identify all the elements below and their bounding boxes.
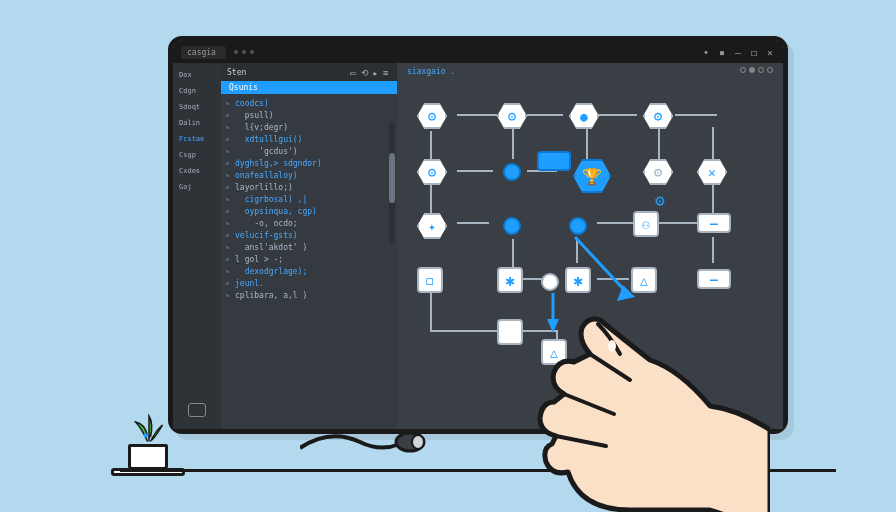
triangle-icon: △	[640, 273, 648, 288]
node-trophy[interactable]: 🏆	[573, 159, 611, 193]
gear-icon: ⚙	[654, 164, 662, 180]
sparkle-icon: ✦	[428, 219, 436, 234]
dot-icon: ●	[580, 109, 588, 124]
svg-marker-1	[547, 319, 559, 333]
tool-dot[interactable]	[740, 67, 746, 73]
window-tab[interactable]: casgia	[181, 46, 226, 59]
sidebar: Dox Cdgn Sdoqt Dalin Fcstae Csgp Cxdes G…	[173, 63, 221, 429]
node-gear[interactable]: ⚙	[643, 159, 673, 185]
screen: Dox Cdgn Sdoqt Dalin Fcstae Csgp Cxdes G…	[173, 63, 783, 429]
gear-icon: ⚙	[654, 108, 662, 124]
gear-icon: ⚙	[428, 108, 436, 124]
node-gear[interactable]: ⚙	[497, 103, 527, 129]
asterisk-icon: ✱	[573, 271, 583, 290]
node-circle[interactable]	[503, 217, 521, 235]
node-sparkle[interactable]: ✦	[417, 213, 447, 239]
tool-dot[interactable]	[767, 67, 773, 73]
tool-dot[interactable]	[758, 67, 764, 73]
dot-icon: •	[701, 47, 711, 57]
node-star[interactable]: ✱	[497, 267, 523, 293]
person-icon: ⚇	[642, 217, 650, 232]
sidebar-item[interactable]: Cxdes	[177, 165, 217, 177]
desk-line	[120, 469, 836, 472]
square-icon: ▪	[717, 47, 727, 57]
node-asterisk[interactable]: ✱	[565, 267, 591, 293]
node-person[interactable]: ⚇	[633, 211, 659, 237]
active-file[interactable]: Qsunis	[221, 81, 397, 94]
graph-canvas[interactable]: siaxgaio .	[397, 63, 783, 429]
node-minus[interactable]: —	[697, 213, 731, 233]
node-gear[interactable]: ⚙	[417, 103, 447, 129]
box-icon[interactable]: ▭	[350, 68, 358, 76]
tool-dot[interactable]	[749, 67, 755, 73]
code-block[interactable]: coodcs) psull) l{v;degr) xdtulllgui() 'g…	[221, 94, 397, 306]
canvas-title: siaxgaio .	[407, 67, 455, 76]
editor-header: Sten ▭ ⟲ ★ ≡	[221, 63, 397, 81]
star-icon[interactable]: ★	[372, 68, 380, 76]
square-icon: ◻	[426, 273, 434, 288]
canvas-toolbar	[740, 67, 773, 73]
sidebar-item[interactable]: Csgp	[177, 149, 217, 161]
tab-dots	[234, 50, 254, 54]
sidebar-toggle-icon[interactable]	[188, 403, 206, 417]
minimize-button[interactable]: –	[733, 47, 743, 57]
menu-icon[interactable]: ≡	[383, 68, 391, 76]
sidebar-item[interactable]: Cdgn	[177, 85, 217, 97]
node-circle[interactable]	[503, 163, 521, 181]
node-square[interactable]: ◻	[417, 267, 443, 293]
node-cross[interactable]: ✕	[697, 159, 727, 185]
node-minus[interactable]: —	[697, 269, 731, 289]
window-controls: • ▪ – ◻ ✕	[701, 47, 775, 57]
node-gear[interactable]: ⚙	[417, 159, 447, 185]
sidebar-item[interactable]: Sdoqt	[177, 101, 217, 113]
star-icon: ✱	[505, 271, 515, 290]
node-circle[interactable]	[541, 273, 559, 291]
sidebar-item[interactable]: Fcstae	[177, 133, 217, 145]
refresh-icon[interactable]: ⟲	[361, 68, 369, 76]
sidebar-item[interactable]: Dox	[177, 69, 217, 81]
minus-icon: —	[710, 216, 718, 231]
sidebar-item[interactable]: Dalin	[177, 117, 217, 129]
monitor-frame: casgia • ▪ – ◻ ✕ Dox Cdgn Sdoqt Dalin Fc…	[168, 36, 788, 434]
code-editor: Sten ▭ ⟲ ★ ≡ Qsunis coodcs) psull) l{v;d…	[221, 63, 397, 429]
minus-icon: —	[710, 272, 718, 287]
scrollbar[interactable]	[389, 123, 395, 243]
node-gear[interactable]: ⚙	[643, 103, 673, 129]
sidebar-item[interactable]: Goj	[177, 181, 217, 193]
svg-point-2	[144, 433, 149, 438]
node-triangle[interactable]: △	[631, 267, 657, 293]
maximize-button[interactable]: ◻	[749, 47, 759, 57]
cross-icon: ✕	[708, 165, 716, 180]
trophy-icon: 🏆	[582, 167, 602, 186]
titlebar: casgia • ▪ – ◻ ✕	[173, 41, 783, 63]
node-dot[interactable]: ●	[569, 103, 599, 129]
gear-icon: ⚙	[508, 108, 516, 124]
node-triangle[interactable]: △	[541, 339, 567, 365]
node-blank[interactable]	[497, 319, 523, 345]
node-circle[interactable]	[569, 217, 587, 235]
editor-title: Sten	[227, 68, 246, 77]
gear-icon[interactable]: ⚙	[655, 191, 665, 210]
triangle-icon: △	[550, 345, 558, 360]
svg-point-4	[412, 435, 424, 449]
cable-decoration	[300, 420, 500, 460]
node-flag[interactable]	[537, 151, 571, 171]
close-button[interactable]: ✕	[765, 47, 775, 57]
gear-icon: ⚙	[428, 164, 436, 180]
